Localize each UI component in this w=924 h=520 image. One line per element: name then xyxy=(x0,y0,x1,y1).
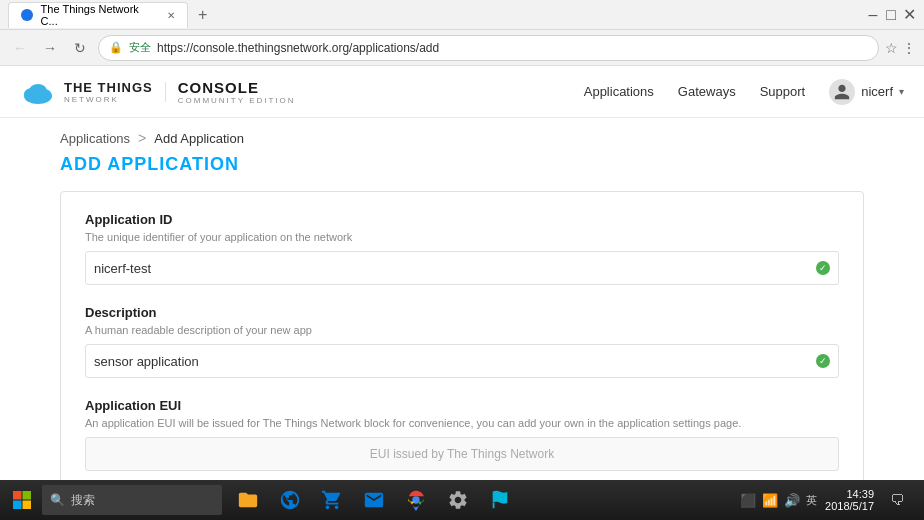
description-desc: A human readable description of your new… xyxy=(85,324,839,336)
app-id-description: The unique identifier of your applicatio… xyxy=(85,231,839,243)
user-menu[interactable]: nicerf ▾ xyxy=(829,79,904,105)
network-icon: 📶 xyxy=(762,493,778,508)
app-id-valid-icon: ✓ xyxy=(816,261,830,275)
close-button[interactable]: ✕ xyxy=(902,8,916,22)
lock-icon: 🔒 xyxy=(109,41,123,54)
back-button[interactable]: ← xyxy=(8,36,32,60)
logo-text: THE THINGS NETWORK xyxy=(64,80,153,104)
refresh-button[interactable]: ↻ xyxy=(68,36,92,60)
eui-label: Application EUI xyxy=(85,398,839,413)
windows-logo xyxy=(12,490,32,510)
tab-title: The Things Network C... xyxy=(41,3,155,27)
address-right-icons: ☆ ⋮ xyxy=(885,40,916,56)
svg-rect-8 xyxy=(23,501,32,510)
description-input[interactable] xyxy=(94,354,816,369)
taskbar-app-explorer[interactable] xyxy=(228,482,268,518)
brand-sub: NETWORK xyxy=(64,95,153,104)
app-id-group: Application ID The unique identifier of … xyxy=(85,212,839,285)
clock-time: 14:39 xyxy=(846,488,874,500)
add-application-form: Application ID The unique identifier of … xyxy=(60,191,864,480)
site-nav: THE THINGS NETWORK CONSOLE COMMUNITY EDI… xyxy=(0,66,924,118)
bookmark-icon[interactable]: ☆ xyxy=(885,40,898,56)
taskbar-search-text: 搜索 xyxy=(71,492,95,509)
description-group: Description A human readable description… xyxy=(85,305,839,378)
eui-desc: An application EUI will be issued for Th… xyxy=(85,417,839,429)
browser-titlebar: The Things Network C... ✕ + – □ ✕ xyxy=(0,0,924,30)
breadcrumb-separator: > xyxy=(138,130,146,146)
taskbar-app-flag[interactable] xyxy=(480,482,520,518)
nav-links: Applications Gateways Support nicerf ▾ xyxy=(584,79,904,105)
page-title: ADD APPLICATION xyxy=(60,154,864,175)
taskbar-apps xyxy=(228,482,520,518)
clock-date: 2018/5/17 xyxy=(825,500,874,512)
volume-icon: 🔊 xyxy=(784,493,800,508)
taskbar: 🔍 搜索 ⬛ 📶 🔊 英 14:3 xyxy=(0,480,924,520)
maximize-button[interactable]: □ xyxy=(884,8,898,22)
nav-gateways[interactable]: Gateways xyxy=(678,84,736,99)
language-icon: 英 xyxy=(806,493,817,508)
address-bar: ← → ↻ 🔒 安全 https://console.thethingsnetw… xyxy=(0,30,924,66)
logo-divider xyxy=(165,82,166,102)
svg-rect-6 xyxy=(23,491,32,500)
tab-close-button[interactable]: ✕ xyxy=(167,10,175,21)
nav-support[interactable]: Support xyxy=(760,84,806,99)
taskbar-app-edge[interactable] xyxy=(270,482,310,518)
svg-rect-7 xyxy=(13,501,22,510)
user-avatar-icon xyxy=(829,79,855,105)
breadcrumb: Applications > Add Application xyxy=(60,118,864,154)
user-name-text: nicerf xyxy=(861,84,893,99)
site-logo: THE THINGS NETWORK CONSOLE COMMUNITY EDI… xyxy=(20,74,296,110)
taskbar-right: ⬛ 📶 🔊 英 14:39 2018/5/17 🗨 xyxy=(740,482,920,518)
notification-icon: 🗨 xyxy=(890,492,904,508)
eui-input-wrapper: EUI issued by The Things Network xyxy=(85,437,839,471)
notification-button[interactable]: 🗨 xyxy=(882,482,912,518)
eui-placeholder: EUI issued by The Things Network xyxy=(94,447,830,461)
app-id-input[interactable] xyxy=(94,261,816,276)
url-text: https://console.thethingsnetwork.org/app… xyxy=(157,41,868,55)
console-sub: COMMUNITY EDITION xyxy=(178,96,296,105)
address-bar-input[interactable]: 🔒 安全 https://console.thethingsnetwork.or… xyxy=(98,35,879,61)
taskbar-app-settings[interactable] xyxy=(438,482,478,518)
console-label: CONSOLE COMMUNITY EDITION xyxy=(178,79,296,105)
tab-bar: The Things Network C... ✕ + xyxy=(8,2,858,28)
start-button[interactable] xyxy=(4,482,40,518)
menu-icon[interactable]: ⋮ xyxy=(902,40,916,56)
system-tray-icons: ⬛ 📶 🔊 英 xyxy=(740,493,817,508)
svg-point-4 xyxy=(27,88,39,98)
forward-button[interactable]: → xyxy=(38,36,62,60)
svg-rect-5 xyxy=(13,491,22,500)
minimize-button[interactable]: – xyxy=(866,8,880,22)
description-label: Description xyxy=(85,305,839,320)
window-controls: – □ ✕ xyxy=(866,8,916,22)
taskbar-search[interactable]: 🔍 搜索 xyxy=(42,485,222,515)
page-content: THE THINGS NETWORK CONSOLE COMMUNITY EDI… xyxy=(0,66,924,480)
tab-favicon xyxy=(21,9,33,21)
taskbar-search-icon: 🔍 xyxy=(50,493,65,507)
console-text: CONSOLE xyxy=(178,79,296,96)
user-menu-chevron: ▾ xyxy=(899,86,904,97)
brand-name: THE THINGS xyxy=(64,80,153,95)
breadcrumb-applications[interactable]: Applications xyxy=(60,131,130,146)
app-id-label: Application ID xyxy=(85,212,839,227)
app-id-input-wrapper: ✓ xyxy=(85,251,839,285)
taskbar-clock: 14:39 2018/5/17 xyxy=(825,488,874,512)
battery-icon: ⬛ xyxy=(740,493,756,508)
active-tab[interactable]: The Things Network C... ✕ xyxy=(8,2,188,28)
breadcrumb-current: Add Application xyxy=(154,131,244,146)
taskbar-app-chrome[interactable] xyxy=(396,482,436,518)
description-valid-icon: ✓ xyxy=(816,354,830,368)
nav-applications[interactable]: Applications xyxy=(584,84,654,99)
logo-icon xyxy=(20,74,56,110)
taskbar-app-store[interactable] xyxy=(312,482,352,518)
new-tab-button[interactable]: + xyxy=(192,6,213,24)
description-input-wrapper: ✓ xyxy=(85,344,839,378)
taskbar-app-mail[interactable] xyxy=(354,482,394,518)
main-content: Applications > Add Application ADD APPLI… xyxy=(0,118,924,480)
eui-group: Application EUI An application EUI will … xyxy=(85,398,839,471)
security-label: 安全 xyxy=(129,40,151,55)
